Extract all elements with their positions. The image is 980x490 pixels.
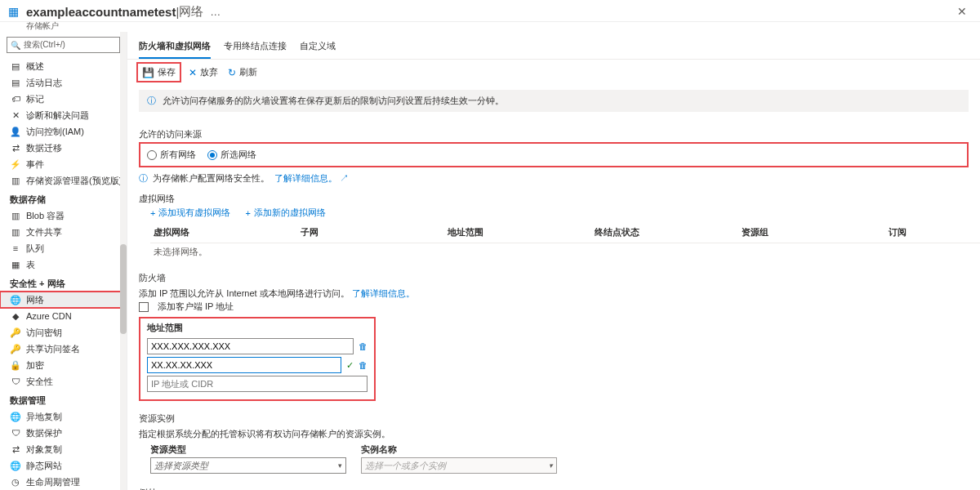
ri-title: 资源实例 — [127, 408, 980, 425]
add-new-vnet[interactable]: +添加新的虚拟网络 — [245, 207, 325, 219]
sidebar-item-geo-replication[interactable]: 🌐异地复制 — [0, 408, 127, 425]
col-vnet: 虚拟网络 — [150, 224, 297, 243]
search-placeholder: 搜索(Ctrl+/) — [24, 39, 65, 51]
sidebar-item-tables[interactable]: ▦表 — [0, 256, 127, 273]
group-security: 安全性 + 网络 — [0, 273, 127, 292]
checkbox-off-icon — [139, 302, 149, 312]
add-existing-vnet[interactable]: +添加现有虚拟网络 — [150, 207, 230, 219]
info-banner: ⓘ 允许访问存储服务的防火墙设置将在保存更新后的限制访问列设置后持续生效一分钟。 — [139, 90, 969, 112]
delete-icon[interactable]: 🗑 — [359, 360, 368, 370]
sidebar-item-queues[interactable]: ≡队列 — [0, 240, 127, 256]
main-panel: 防火墙和虚拟网络 专用终结点连接 自定义域 💾 保存 ✕ 放弃 ↻ 刷新 ⓘ 允… — [127, 32, 980, 490]
vnet-title: 虚拟网络 — [127, 188, 980, 205]
learn-more-link[interactable]: 了解详细信息。 ↗ — [274, 172, 349, 185]
sidebar-item-access-keys[interactable]: 🔑访问密钥 — [0, 324, 127, 341]
encryption-icon: 🔒 — [10, 360, 21, 371]
tables-icon: ▦ — [10, 260, 21, 270]
queues-icon: ≡ — [10, 243, 21, 253]
tab-firewall-vnet[interactable]: 防火墙和虚拟网络 — [139, 37, 211, 59]
sidebar-item-sas[interactable]: 🔑共享访问签名 — [0, 341, 127, 357]
sidebar-search[interactable]: 🔍 搜索(Ctrl+/) — [7, 37, 120, 53]
ip-input-new[interactable] — [147, 376, 368, 392]
containers-icon: ▥ — [10, 211, 21, 221]
sidebar: 🔍 搜索(Ctrl+/) ▤概述 ▤活动日志 🏷标记 ✕诊断和解决问题 👤访问控… — [0, 32, 127, 490]
refresh-icon: ↻ — [228, 67, 236, 78]
tags-icon: 🏷 — [10, 94, 21, 104]
col-subnet: 子网 — [297, 224, 444, 243]
refresh-button[interactable]: ↻ 刷新 — [228, 66, 257, 78]
security-tip: ⓘ 为存储帐户配置网络安全性。 了解详细信息。 ↗ — [127, 169, 980, 188]
more-button[interactable]: … — [210, 6, 220, 18]
resource-type-select[interactable]: 选择资源类型 ▾ — [150, 457, 346, 474]
col-range: 地址范围 — [444, 224, 591, 243]
page-name: 网络 — [179, 4, 203, 20]
search-icon: 🔍 — [11, 41, 20, 50]
sidebar-scrollbar-track — [120, 32, 127, 490]
sidebar-item-migration[interactable]: ⇄数据迁移 — [0, 140, 127, 156]
info-icon: ⓘ — [139, 172, 148, 185]
static-website-icon: 🌐 — [10, 461, 21, 471]
ip-range-highlight: 地址范围 🗑 ✓ 🗑 — [139, 317, 376, 401]
sidebar-item-static-website[interactable]: 🌐静态网站 — [0, 457, 127, 474]
fw-title: 防火墙 — [127, 267, 980, 284]
activity-log-icon: ▤ — [10, 78, 21, 88]
close-button[interactable]: ✕ — [952, 3, 972, 20]
sidebar-item-cdn[interactable]: ◆Azure CDN — [0, 308, 127, 324]
storage-account-icon: ▦ — [8, 5, 21, 18]
ri-col-type: 资源类型 — [150, 443, 346, 457]
security-icon: 🛡 — [10, 376, 21, 386]
sidebar-item-object-replication[interactable]: ⇄对象复制 — [0, 441, 127, 457]
ip-input-2[interactable] — [147, 357, 341, 373]
tab-custom-domain[interactable]: 自定义域 — [300, 37, 336, 59]
radio-selected-networks[interactable]: 所选网络 — [207, 149, 256, 161]
col-sub: 订阅 — [885, 224, 980, 243]
sidebar-item-activity-log[interactable]: ▤活动日志 — [0, 74, 127, 91]
sidebar-item-containers[interactable]: ▥Blob 容器 — [0, 207, 127, 224]
save-icon: 💾 — [142, 67, 154, 78]
chevron-down-icon: ▾ — [549, 461, 553, 470]
lifecycle-icon: ◷ — [10, 477, 21, 488]
check-icon: ✓ — [346, 360, 354, 371]
access-group-highlight: 所有网络 所选网络 — [139, 142, 969, 167]
sidebar-item-file-shares[interactable]: ▥文件共享 — [0, 224, 127, 240]
resource-type: 存储帐户 — [0, 20, 980, 32]
iam-icon: 👤 — [10, 127, 21, 137]
access-keys-icon: 🔑 — [10, 327, 21, 338]
fw-learn-more[interactable]: 了解详细信息。 — [352, 288, 415, 298]
radio-off-icon — [147, 150, 157, 160]
networking-icon: 🌐 — [10, 295, 21, 305]
ip-row-3 — [147, 376, 368, 392]
fw-desc: 添加 IP 范围以允许从 Internet 或本地网络进行访问。 了解详细信息。 — [127, 287, 980, 300]
sidebar-item-diagnose[interactable]: ✕诊断和解决问题 — [0, 107, 127, 123]
sidebar-item-networking[interactable]: 🌐网络 — [0, 292, 127, 308]
data-protection-icon: 🛡 — [10, 428, 21, 438]
sidebar-item-tags[interactable]: 🏷标记 — [0, 91, 127, 107]
sidebar-item-iam[interactable]: 👤访问控制(IAM) — [0, 123, 127, 140]
sidebar-item-data-protection[interactable]: 🛡数据保护 — [0, 425, 127, 441]
vnet-table: 虚拟网络 子网 地址范围 终结点状态 资源组 订阅 未选择网络。 — [150, 224, 980, 261]
sidebar-item-events[interactable]: ⚡事件 — [0, 156, 127, 172]
delete-icon[interactable]: 🗑 — [359, 341, 368, 351]
account-name: exampleaccountnametest — [26, 5, 176, 19]
ip-input-1[interactable] — [147, 338, 354, 354]
tab-private-endpoints[interactable]: 专用终结点连接 — [224, 37, 287, 59]
group-storage: 数据存储 — [0, 189, 127, 207]
sas-icon: 🔑 — [10, 344, 21, 354]
ri-desc: 指定根据系统分配的托管标识将有权访问存储帐户的资源实例。 — [127, 428, 980, 440]
save-button[interactable]: 💾 保存 — [139, 65, 179, 80]
sidebar-item-overview[interactable]: ▤概述 — [0, 58, 127, 74]
sidebar-item-storage-explorer[interactable]: ▥存储资源管理器(预览版) — [0, 172, 127, 189]
cdn-icon: ◆ — [10, 311, 21, 322]
discard-button[interactable]: ✕ 放弃 — [189, 66, 218, 78]
instance-name-select[interactable]: 选择一个或多个实例 ▾ — [361, 457, 557, 474]
file-shares-icon: ▥ — [10, 227, 21, 238]
radio-all-networks[interactable]: 所有网络 — [147, 149, 196, 161]
sidebar-item-encryption[interactable]: 🔒加密 — [0, 357, 127, 373]
add-client-ip-row[interactable]: 添加客户端 IP 地址 — [127, 300, 980, 314]
discard-icon: ✕ — [189, 67, 197, 78]
sidebar-scrollbar-thumb[interactable] — [120, 244, 127, 334]
migration-icon: ⇄ — [10, 143, 21, 154]
ip-range-label: 地址范围 — [147, 322, 368, 336]
sidebar-item-lifecycle[interactable]: ◷生命周期管理 — [0, 474, 127, 490]
sidebar-item-security[interactable]: 🛡安全性 — [0, 373, 127, 390]
